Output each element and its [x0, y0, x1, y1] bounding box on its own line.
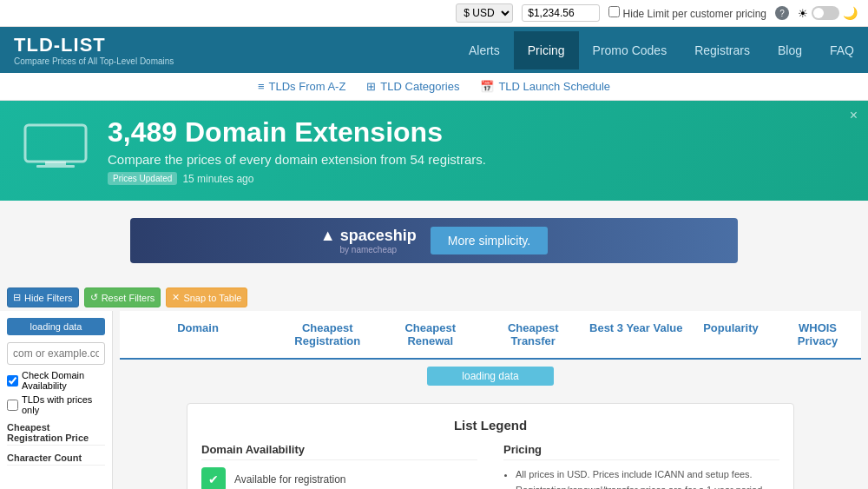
banner-text: 3,489 Domain Extensions Compare the pric… [108, 116, 486, 185]
check-availability-checkbox[interactable] [7, 375, 18, 387]
toolbar-row: ⊟ Hide Filters ↺ Reset Filters ✕ Snap to… [0, 281, 868, 311]
th-cheapest-transfer[interactable]: Cheapest Transfer [482, 318, 585, 351]
sun-icon: ☀ [798, 7, 808, 20]
banner-close[interactable]: × [850, 108, 858, 123]
prices-updated-badge: Prices Updated [108, 172, 177, 185]
budget-input[interactable] [522, 4, 600, 22]
legend-title: List Legend [201, 418, 779, 433]
subnav-launch-schedule[interactable]: 📅 TLD Launch Schedule [480, 80, 610, 93]
logo-title[interactable]: TLD-LIST [14, 34, 174, 56]
th-cheapest-renewal[interactable]: Cheapest Renewal [379, 318, 483, 351]
nav-pricing[interactable]: Pricing [514, 31, 579, 69]
hide-limit-label: Hide Limit per customer pricing [608, 6, 766, 20]
prices-only-label: TLDs with prices only [22, 394, 105, 415]
legend-availability-title: Domain Availability [201, 443, 477, 460]
banner: 3,489 Domain Extensions Compare the pric… [0, 101, 868, 201]
main-content: loading data Check Domain Availability T… [0, 311, 868, 489]
subnav-categories[interactable]: ⊞ TLD Categories [366, 80, 459, 93]
sub-nav: ≡ TLDs From A-Z ⊞ TLD Categories 📅 TLD L… [0, 73, 868, 101]
th-cheapest-reg[interactable]: Cheapest Registration [276, 318, 379, 351]
table-loading-bar: loading data [427, 367, 553, 386]
content-area: Domain Cheapest Registration Cheapest Re… [113, 311, 868, 489]
az-icon: ≡ [258, 80, 265, 93]
pricing-notes: All prices in USD. Prices include ICANN … [503, 467, 779, 489]
svg-rect-1 [45, 162, 66, 165]
sidebar: loading data Check Domain Availability T… [0, 311, 113, 489]
available-label: Available for registration [234, 473, 346, 486]
hide-filters-button[interactable]: ⊟ Hide Filters [7, 287, 79, 307]
domain-search-input[interactable] [7, 342, 105, 365]
prices-only-row: TLDs with prices only [7, 394, 105, 415]
svg-rect-2 [36, 165, 75, 168]
sidebar-loading-bar: loading data [7, 318, 105, 335]
ad-logo-area: ▲ spaceship by namecheap [320, 227, 417, 254]
nav-promo-codes[interactable]: Promo Codes [579, 31, 681, 69]
loading-center: loading data [120, 360, 861, 393]
nav-registrars[interactable]: Registrars [681, 31, 764, 69]
nav-blog[interactable]: Blog [764, 31, 816, 69]
hide-filters-icon: ⊟ [13, 292, 21, 303]
banner-subtitle: Compare the prices of every domain exten… [108, 152, 486, 167]
legend-pricing-title: Pricing [503, 443, 779, 460]
moon-icon: 🌙 [843, 6, 858, 20]
snap-icon: ✕ [172, 292, 180, 303]
legend-item-available: ✔ Available for registration [201, 467, 477, 489]
nav-faq[interactable]: FAQ [816, 31, 868, 69]
nav-alerts[interactable]: Alerts [455, 31, 514, 69]
table-header-row: Domain Cheapest Registration Cheapest Re… [120, 311, 861, 360]
char-count-title: Character Count [7, 453, 105, 466]
snap-to-table-button[interactable]: ✕ Snap to Table [166, 287, 247, 307]
legend-cols: Domain Availability ✔ Available for regi… [201, 443, 779, 489]
th-best-3yr[interactable]: Best 3 Year Value [585, 318, 688, 351]
theme-toggle[interactable] [812, 6, 839, 20]
logo-area: TLD-LIST Compare Prices of All Top-Level… [0, 27, 187, 73]
reset-filters-button[interactable]: ↺ Reset Filters [84, 287, 161, 307]
pricing-note-1: All prices in USD. Prices include ICANN … [516, 467, 779, 489]
svg-rect-0 [25, 125, 86, 162]
legend-availability-col: Domain Availability ✔ Available for regi… [201, 443, 477, 489]
th-popularity[interactable]: Popularity [687, 318, 774, 351]
banner-updated: Prices Updated 15 minutes ago [108, 172, 486, 185]
ad-logo: ▲ spaceship [320, 227, 417, 245]
hide-limit-checkbox[interactable] [608, 6, 620, 17]
categories-icon: ⊞ [366, 80, 376, 93]
reset-icon: ↺ [90, 292, 98, 303]
ad-sub: by namecheap [320, 245, 417, 254]
help-icon[interactable]: ? [775, 6, 789, 20]
check-availability-label: Check Domain Availability [22, 370, 105, 391]
main-nav: TLD-LIST Compare Prices of All Top-Level… [0, 27, 868, 73]
ad-cta-button[interactable]: More simplicity. [431, 227, 548, 254]
calendar-icon: 📅 [480, 80, 494, 93]
cheapest-reg-title: Cheapest Registration Price [7, 422, 105, 446]
available-icon: ✔ [201, 467, 226, 489]
prices-only-checkbox[interactable] [7, 400, 18, 411]
subnav-az[interactable]: ≡ TLDs From A-Z [258, 80, 345, 93]
top-bar: $ USD € EUR £ GBP Hide Limit per custome… [0, 0, 868, 27]
theme-toggle-wrap: ☀ 🌙 [798, 6, 858, 20]
th-whois[interactable]: WHOIS Privacy [774, 318, 861, 351]
updated-time: 15 minutes ago [182, 173, 253, 185]
legend-pricing-col: Pricing All prices in USD. Prices includ… [503, 443, 779, 489]
ad-strip: ▲ spaceship by namecheap More simplicity… [130, 218, 738, 263]
check-availability-row: Check Domain Availability [7, 370, 105, 391]
banner-icon [21, 121, 90, 181]
nav-links: Alerts Pricing Promo Codes Registrars Bl… [455, 31, 868, 69]
th-domain: Domain [120, 318, 276, 351]
legend-box: List Legend Domain Availability ✔ Availa… [187, 403, 794, 489]
logo-sub: Compare Prices of All Top-Level Domains [14, 56, 174, 66]
banner-title: 3,489 Domain Extensions [108, 116, 486, 149]
currency-select[interactable]: $ USD € EUR £ GBP [456, 3, 513, 23]
